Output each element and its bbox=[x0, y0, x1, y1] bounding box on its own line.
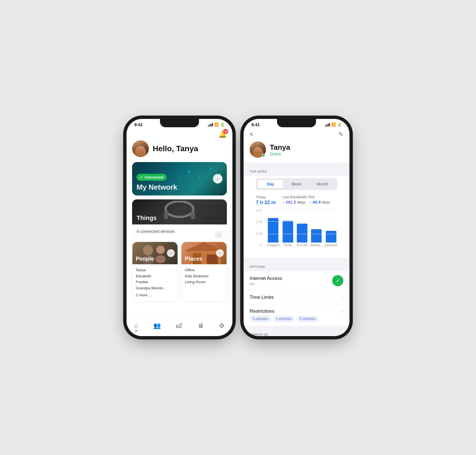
right-phone: 9:41 📶 🔋 < ✎ bbox=[244, 119, 349, 336]
things-title: Things bbox=[137, 214, 157, 222]
battery-icon-right: 🔋 bbox=[337, 123, 342, 127]
nav-people[interactable]: 👥 bbox=[153, 322, 161, 329]
bar-whatsapp-label: Whatsa... bbox=[310, 244, 322, 247]
svg-rect-9 bbox=[207, 255, 218, 264]
restrictions-chevron: › bbox=[342, 308, 343, 314]
left-phone: 9:41 📶 🔋 🔔 10 bbox=[127, 119, 232, 336]
svg-rect-1 bbox=[164, 212, 168, 219]
restriction-tag-1: 5 websites bbox=[273, 316, 295, 322]
y-labels: 2:15 1:30 0:45 0 bbox=[256, 209, 263, 247]
places-arrow[interactable]: › bbox=[216, 249, 224, 257]
active-dot bbox=[135, 330, 137, 332]
notification-bell[interactable]: 🔔 10 bbox=[218, 130, 227, 138]
people-card[interactable]: People › Tanya Elizabeth Frankie Grandpa… bbox=[132, 242, 178, 301]
grid-line-bottom bbox=[267, 247, 337, 247]
check-mark-icon: ✓ bbox=[336, 278, 340, 284]
svg-rect-2 bbox=[191, 212, 195, 219]
back-button[interactable]: < bbox=[250, 131, 253, 138]
wifi-icon: 📶 bbox=[214, 123, 219, 127]
bar-instagram-label: Instagram bbox=[267, 244, 279, 247]
places-item-1: Kids Bedroom bbox=[185, 273, 223, 279]
internet-access-status: On bbox=[250, 282, 282, 286]
places-card[interactable]: Places › Office Kids Bedroom Living Room bbox=[181, 242, 227, 301]
y-label-1: 1:30 bbox=[256, 220, 262, 224]
bar-tiktok-fill bbox=[283, 221, 293, 243]
bandwidth-stat: Last Bandwidth Test ↓ 291.2 Mbps ↑ 46.4 … bbox=[282, 195, 330, 206]
places-title: Places bbox=[185, 256, 202, 262]
svg-point-0 bbox=[166, 201, 193, 217]
y-label-0: 2:15 bbox=[256, 209, 262, 212]
restrictions-row[interactable]: Restrictions › 5 websites 5 websites 5 w… bbox=[244, 304, 349, 326]
today-label: Today bbox=[256, 195, 276, 199]
people-more: 2 more ... bbox=[136, 292, 174, 298]
bar-facebook: Facebook bbox=[325, 209, 337, 247]
wifi-icon-right: 📶 bbox=[331, 123, 336, 127]
network-card[interactable]: ✓ Connected My Network › bbox=[132, 162, 227, 195]
people-item-0: Tanya bbox=[136, 267, 174, 273]
time-left: 9:41 bbox=[134, 122, 143, 127]
bar-youtube-fill bbox=[297, 224, 307, 243]
upload-speed: ↑ 46.4 Mbps bbox=[309, 200, 330, 204]
y-label-2: 0:45 bbox=[256, 232, 262, 235]
nav-home[interactable]: ⌂ bbox=[134, 322, 138, 329]
internet-access-label: Internet Access bbox=[250, 276, 282, 281]
time-limits-row[interactable]: Time Limits › bbox=[244, 290, 349, 304]
time-limits-chevron: › bbox=[342, 294, 343, 300]
signal-icon bbox=[208, 123, 213, 126]
options-header: OPTIONS bbox=[244, 261, 349, 271]
profile-status: Online bbox=[270, 152, 290, 156]
header-row: 🔔 10 bbox=[132, 128, 227, 140]
top-apps-section: Day Week Month Today 7 h 32 m Last Bandw… bbox=[244, 176, 349, 258]
places-item-0: Office bbox=[185, 267, 223, 273]
left-phone-content: 🔔 10 Hello, Tanya ✓ bbox=[127, 128, 232, 319]
people-title: People bbox=[136, 256, 154, 262]
tab-month[interactable]: Month bbox=[310, 180, 336, 188]
profile-section: Tanya Online bbox=[244, 141, 349, 163]
time-right: 9:41 bbox=[251, 122, 260, 127]
notch-right bbox=[277, 119, 316, 127]
things-section-header: THINGS (6) bbox=[244, 329, 349, 336]
nav-monitor[interactable]: 🖥 bbox=[198, 322, 204, 329]
places-image: Places › bbox=[181, 242, 227, 264]
internet-access-info: Internet Access On bbox=[250, 276, 282, 286]
people-arrow[interactable]: › bbox=[167, 249, 175, 257]
settings-icon: ⚙ bbox=[219, 322, 225, 329]
people-item-1: Elizabeth bbox=[136, 273, 174, 279]
status-icons-right: 📶 🔋 bbox=[325, 123, 342, 127]
tabs-container: Day Week Month bbox=[256, 178, 337, 190]
things-count: 9 connected devices bbox=[137, 229, 175, 234]
edit-button[interactable]: ✎ bbox=[339, 131, 343, 138]
things-card[interactable]: Things 9 connected devices › bbox=[132, 199, 227, 238]
places-item-2: Living Room bbox=[185, 279, 223, 285]
restriction-tag-2: 5 websites bbox=[297, 316, 318, 322]
internet-access-row[interactable]: Internet Access On ✓ bbox=[244, 271, 349, 290]
couch-icon: 🛋 bbox=[176, 322, 182, 329]
internet-access-toggle[interactable]: ✓ bbox=[332, 275, 343, 286]
tab-week[interactable]: Week bbox=[283, 180, 309, 188]
bar-instagram-fill bbox=[268, 218, 278, 243]
user-greeting: Hello, Tanya bbox=[132, 140, 227, 157]
things-image: Things bbox=[132, 199, 227, 224]
battery-icon: 🔋 bbox=[220, 123, 225, 127]
section-divider-2 bbox=[244, 258, 349, 261]
places-list: Office Kids Bedroom Living Room bbox=[181, 264, 227, 288]
online-indicator bbox=[262, 154, 265, 157]
bar-facebook-fill bbox=[326, 231, 336, 243]
bar-whatsapp: Whatsa... bbox=[310, 209, 322, 247]
bar-youtube-label: YouTube bbox=[297, 244, 307, 247]
tab-day[interactable]: Day bbox=[258, 180, 283, 188]
svg-point-6 bbox=[156, 255, 166, 263]
section-divider-3 bbox=[244, 326, 349, 329]
top-apps-header: TOP APPS bbox=[244, 165, 349, 176]
nav-settings[interactable]: ⚙ bbox=[219, 322, 225, 329]
section-divider-1 bbox=[244, 163, 349, 165]
things-arrow[interactable]: › bbox=[215, 231, 222, 238]
restrictions-tags: 5 websites 5 websites 5 websites bbox=[250, 316, 318, 322]
notification-badge: 10 bbox=[223, 129, 228, 134]
bar-tiktok-label: TikTok bbox=[284, 244, 292, 247]
nav-couch[interactable]: 🛋 bbox=[176, 322, 182, 329]
bandwidth-values: ↓ 291.2 Mbps ↑ 46.4 Mbps bbox=[282, 200, 330, 204]
people-nav-icon: 👥 bbox=[153, 322, 161, 329]
restrictions-label: Restrictions bbox=[250, 309, 275, 314]
network-arrow[interactable]: › bbox=[213, 174, 222, 184]
